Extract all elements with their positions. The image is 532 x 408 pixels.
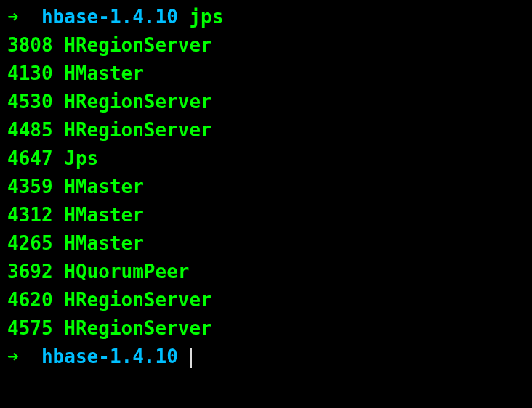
cursor xyxy=(190,348,192,368)
process-row: 4359 HMaster xyxy=(7,173,525,201)
process-row: 4647 Jps xyxy=(7,144,525,173)
process-name: HMaster xyxy=(64,62,144,84)
process-pid: 4620 xyxy=(7,289,53,311)
process-list: 3808 HRegionServer4130 HMaster4530 HRegi… xyxy=(7,31,525,343)
process-row: 4620 HRegionServer xyxy=(7,286,525,314)
process-row: 4485 HRegionServer xyxy=(7,116,525,144)
process-row: 4265 HMaster xyxy=(7,229,525,258)
process-name: HRegionServer xyxy=(64,289,212,311)
prompt-arrow-icon: ➜ xyxy=(7,6,19,28)
process-pid: 4530 xyxy=(7,91,53,113)
process-row: 4312 HMaster xyxy=(7,201,525,229)
command-line: ➜ hbase-1.4.10 jps xyxy=(7,3,525,31)
process-pid: 3808 xyxy=(7,34,53,56)
process-pid: 4575 xyxy=(7,317,53,339)
process-row: 3808 HRegionServer xyxy=(7,31,525,60)
command-line-next[interactable]: ➜ hbase-1.4.10 xyxy=(7,343,525,371)
prompt-directory: hbase-1.4.10 xyxy=(41,6,178,28)
prompt-directory: hbase-1.4.10 xyxy=(41,346,178,367)
prompt-arrow-icon: ➜ xyxy=(7,346,19,367)
process-pid: 4485 xyxy=(7,119,53,141)
process-name: HQuorumPeer xyxy=(64,261,189,282)
process-pid: 4647 xyxy=(7,147,53,169)
process-pid: 4265 xyxy=(7,232,53,254)
process-row: 4575 HRegionServer xyxy=(7,314,525,343)
process-row: 4530 HRegionServer xyxy=(7,88,525,116)
command-text: jps xyxy=(189,6,223,28)
process-name: HMaster xyxy=(64,176,144,197)
process-pid: 4130 xyxy=(7,62,53,84)
process-name: HRegionServer xyxy=(64,119,212,141)
process-name: HRegionServer xyxy=(64,91,212,113)
process-pid: 3692 xyxy=(7,261,53,282)
process-name: HRegionServer xyxy=(64,34,212,56)
process-name: HRegionServer xyxy=(64,317,212,339)
process-name: Jps xyxy=(64,147,98,169)
process-row: 3692 HQuorumPeer xyxy=(7,258,525,286)
process-name: HMaster xyxy=(64,232,144,254)
process-pid: 4312 xyxy=(7,204,53,226)
process-pid: 4359 xyxy=(7,176,53,197)
process-name: HMaster xyxy=(64,204,144,226)
process-row: 4130 HMaster xyxy=(7,60,525,88)
